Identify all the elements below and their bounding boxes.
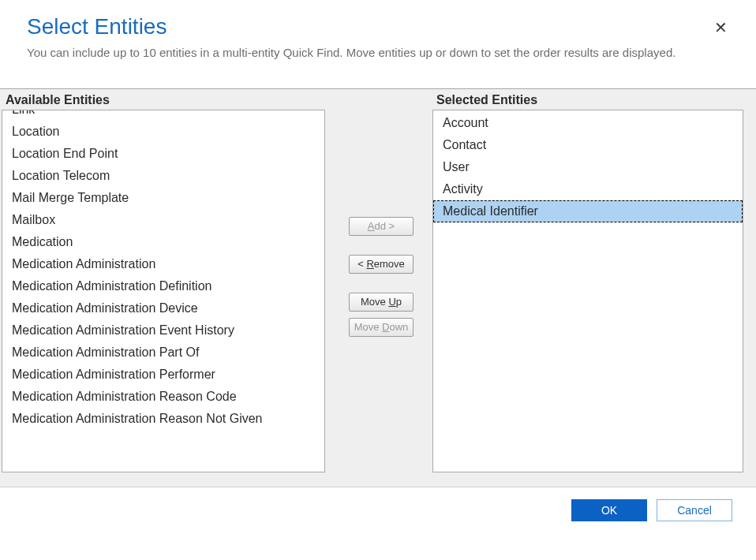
- list-item[interactable]: Location Telecom: [2, 165, 324, 187]
- list-item[interactable]: Contact: [433, 134, 743, 156]
- list-item[interactable]: Medication Administration Performer: [2, 364, 324, 386]
- list-item[interactable]: Location End Point: [2, 143, 324, 165]
- close-button[interactable]: ✕: [709, 19, 732, 36]
- move-up-button[interactable]: Move Up: [349, 293, 414, 312]
- list-item[interactable]: Medication: [2, 231, 324, 253]
- list-item[interactable]: Location: [2, 121, 324, 143]
- list-item[interactable]: Medication Administration Device: [2, 297, 324, 319]
- list-item[interactable]: Medication Administration Event History: [2, 319, 324, 342]
- available-entities-listbox[interactable]: LinkLocationLocation End PointLocation T…: [2, 110, 325, 472]
- list-item[interactable]: Medication Administration Part Of: [2, 342, 324, 364]
- list-item[interactable]: Medication Administration: [2, 253, 324, 275]
- dialog-footer: OK Cancel: [0, 487, 756, 533]
- list-item[interactable]: Mail Merge Template: [2, 187, 324, 209]
- ok-button[interactable]: OK: [571, 499, 647, 521]
- list-item[interactable]: Medical Identifier: [433, 200, 743, 222]
- dialog-title: Select Entities: [27, 14, 729, 39]
- list-item[interactable]: Mailbox: [2, 209, 324, 231]
- select-entities-dialog: Select Entities You can include up to 10…: [0, 0, 756, 560]
- list-item[interactable]: Link: [2, 110, 324, 121]
- cancel-button[interactable]: Cancel: [657, 499, 732, 521]
- available-label: Available Entities: [2, 89, 330, 110]
- list-item[interactable]: User: [433, 156, 743, 178]
- close-icon: ✕: [714, 19, 728, 36]
- dialog-subtitle: You can include up to 10 entities in a m…: [27, 44, 729, 62]
- list-item[interactable]: Medication Administration Reason Code: [2, 386, 324, 408]
- dialog-body: Available Entities LinkLocationLocation …: [0, 88, 756, 487]
- transfer-buttons: Add > < Remove Move Up Move Down: [330, 89, 432, 356]
- list-item[interactable]: Activity: [433, 178, 743, 200]
- list-item[interactable]: Medication Administration Definition: [2, 275, 324, 297]
- move-down-button[interactable]: Move Down: [349, 318, 414, 337]
- selected-entities-listbox[interactable]: AccountContactUserActivityMedical Identi…: [432, 110, 743, 472]
- selected-column: Selected Entities AccountContactUserActi…: [432, 89, 753, 472]
- remove-button[interactable]: < Remove: [349, 255, 414, 274]
- dialog-header: Select Entities You can include up to 10…: [0, 0, 756, 69]
- list-item[interactable]: Medication Administration Reason Not Giv…: [2, 408, 324, 430]
- available-column: Available Entities LinkLocationLocation …: [0, 89, 330, 472]
- selected-label: Selected Entities: [432, 89, 753, 110]
- add-button[interactable]: Add >: [349, 217, 414, 236]
- list-item[interactable]: Account: [433, 112, 743, 134]
